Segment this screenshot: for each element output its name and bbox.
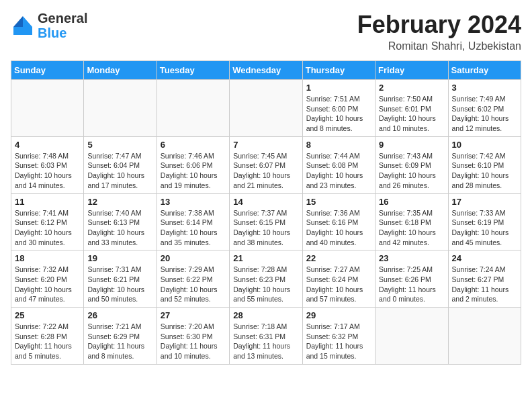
- week-row-1: 1Sunrise: 7:51 AMSunset: 6:00 PMDaylight…: [11, 80, 521, 137]
- day-number: 18: [15, 253, 80, 263]
- day-cell: 23Sunrise: 7:25 AMSunset: 6:26 PMDayligh…: [375, 250, 448, 308]
- day-number: 2: [379, 83, 444, 93]
- day-info: Sunrise: 7:32 AMSunset: 6:20 PMDaylight:…: [15, 265, 80, 304]
- day-cell: 10Sunrise: 7:42 AMSunset: 6:10 PMDayligh…: [448, 136, 521, 193]
- day-cell: 13Sunrise: 7:38 AMSunset: 6:14 PMDayligh…: [157, 193, 229, 250]
- day-info: Sunrise: 7:36 AMSunset: 6:16 PMDaylight:…: [306, 208, 371, 248]
- day-info: Sunrise: 7:44 AMSunset: 6:08 PMDaylight:…: [306, 151, 371, 191]
- day-cell: 22Sunrise: 7:27 AMSunset: 6:24 PMDayligh…: [302, 250, 375, 308]
- day-info: Sunrise: 7:46 AMSunset: 6:06 PMDaylight:…: [161, 151, 226, 191]
- day-cell: [375, 308, 448, 365]
- day-info: Sunrise: 7:50 AMSunset: 6:01 PMDaylight:…: [379, 94, 444, 134]
- day-info: Sunrise: 7:49 AMSunset: 6:02 PMDaylight:…: [452, 94, 517, 134]
- day-number: 1: [306, 83, 371, 93]
- day-number: 10: [452, 140, 517, 150]
- day-number: 27: [161, 310, 226, 320]
- day-cell: [230, 80, 302, 137]
- day-cell: [11, 80, 84, 137]
- day-number: 12: [87, 197, 152, 207]
- day-number: 19: [87, 253, 152, 263]
- day-info: Sunrise: 7:18 AMSunset: 6:31 PMDaylight:…: [233, 322, 298, 361]
- day-cell: 20Sunrise: 7:29 AMSunset: 6:22 PMDayligh…: [157, 250, 229, 308]
- day-number: 14: [233, 197, 298, 207]
- day-cell: 25Sunrise: 7:22 AMSunset: 6:28 PMDayligh…: [11, 308, 84, 365]
- logo-icon: [11, 13, 35, 38]
- day-cell: 29Sunrise: 7:17 AMSunset: 6:32 PMDayligh…: [302, 308, 375, 365]
- col-header-thursday: Thursday: [302, 61, 375, 80]
- day-info: Sunrise: 7:17 AMSunset: 6:32 PMDaylight:…: [306, 322, 371, 361]
- day-cell: 5Sunrise: 7:47 AMSunset: 6:04 PMDaylight…: [84, 136, 157, 193]
- calendar-table: SundayMondayTuesdayWednesdayThursdayFrid…: [11, 60, 521, 365]
- day-number: 22: [306, 253, 371, 263]
- day-number: 21: [233, 253, 298, 263]
- day-info: Sunrise: 7:42 AMSunset: 6:10 PMDaylight:…: [452, 151, 517, 191]
- day-number: 29: [306, 310, 371, 320]
- day-cell: 14Sunrise: 7:37 AMSunset: 6:15 PMDayligh…: [230, 193, 302, 250]
- day-number: 6: [161, 140, 226, 150]
- day-cell: 24Sunrise: 7:24 AMSunset: 6:27 PMDayligh…: [448, 250, 521, 308]
- day-cell: 12Sunrise: 7:40 AMSunset: 6:13 PMDayligh…: [84, 193, 157, 250]
- day-info: Sunrise: 7:38 AMSunset: 6:14 PMDaylight:…: [161, 208, 226, 248]
- week-row-4: 18Sunrise: 7:32 AMSunset: 6:20 PMDayligh…: [11, 250, 521, 308]
- day-cell: 17Sunrise: 7:33 AMSunset: 6:19 PMDayligh…: [448, 193, 521, 250]
- day-number: 9: [379, 140, 444, 150]
- day-number: 17: [452, 197, 517, 207]
- day-number: 11: [15, 197, 80, 207]
- header: General Blue February 2024 Romitan Shahr…: [11, 11, 521, 52]
- day-number: 26: [87, 310, 152, 320]
- day-cell: 9Sunrise: 7:43 AMSunset: 6:09 PMDaylight…: [375, 136, 448, 193]
- day-cell: [84, 80, 157, 137]
- day-info: Sunrise: 7:31 AMSunset: 6:21 PMDaylight:…: [87, 265, 152, 304]
- day-number: 23: [379, 253, 444, 263]
- day-info: Sunrise: 7:40 AMSunset: 6:13 PMDaylight:…: [87, 208, 152, 248]
- day-info: Sunrise: 7:24 AMSunset: 6:27 PMDaylight:…: [452, 265, 517, 304]
- week-row-5: 25Sunrise: 7:22 AMSunset: 6:28 PMDayligh…: [11, 308, 521, 365]
- day-info: Sunrise: 7:37 AMSunset: 6:15 PMDaylight:…: [233, 208, 298, 248]
- day-cell: 1Sunrise: 7:51 AMSunset: 6:00 PMDaylight…: [302, 80, 375, 137]
- day-info: Sunrise: 7:43 AMSunset: 6:09 PMDaylight:…: [379, 151, 444, 191]
- day-info: Sunrise: 7:20 AMSunset: 6:30 PMDaylight:…: [161, 322, 226, 361]
- day-cell: 16Sunrise: 7:35 AMSunset: 6:18 PMDayligh…: [375, 193, 448, 250]
- day-info: Sunrise: 7:51 AMSunset: 6:00 PMDaylight:…: [306, 94, 371, 134]
- col-header-tuesday: Tuesday: [157, 61, 229, 80]
- day-cell: 2Sunrise: 7:50 AMSunset: 6:01 PMDaylight…: [375, 80, 448, 137]
- day-info: Sunrise: 7:48 AMSunset: 6:03 PMDaylight:…: [15, 151, 80, 191]
- day-cell: 19Sunrise: 7:31 AMSunset: 6:21 PMDayligh…: [84, 250, 157, 308]
- day-cell: 28Sunrise: 7:18 AMSunset: 6:31 PMDayligh…: [230, 308, 302, 365]
- svg-rect-3: [13, 27, 32, 35]
- day-number: 13: [161, 197, 226, 207]
- day-info: Sunrise: 7:25 AMSunset: 6:26 PMDaylight:…: [379, 265, 444, 304]
- day-cell: 21Sunrise: 7:28 AMSunset: 6:23 PMDayligh…: [230, 250, 302, 308]
- title-area: February 2024 Romitan Shahri, Uzbekistan: [357, 11, 521, 52]
- day-number: 28: [233, 310, 298, 320]
- day-info: Sunrise: 7:22 AMSunset: 6:28 PMDaylight:…: [15, 322, 80, 361]
- day-cell: 18Sunrise: 7:32 AMSunset: 6:20 PMDayligh…: [11, 250, 84, 308]
- day-cell: 26Sunrise: 7:21 AMSunset: 6:29 PMDayligh…: [84, 308, 157, 365]
- col-header-saturday: Saturday: [448, 61, 521, 80]
- day-cell: 7Sunrise: 7:45 AMSunset: 6:07 PMDaylight…: [230, 136, 302, 193]
- day-number: 25: [15, 310, 80, 320]
- day-number: 16: [379, 197, 444, 207]
- day-info: Sunrise: 7:33 AMSunset: 6:19 PMDaylight:…: [452, 208, 517, 248]
- day-cell: 15Sunrise: 7:36 AMSunset: 6:16 PMDayligh…: [302, 193, 375, 250]
- day-number: 4: [15, 140, 80, 150]
- day-cell: 6Sunrise: 7:46 AMSunset: 6:06 PMDaylight…: [157, 136, 229, 193]
- header-row: SundayMondayTuesdayWednesdayThursdayFrid…: [11, 61, 521, 80]
- day-cell: 11Sunrise: 7:41 AMSunset: 6:12 PMDayligh…: [11, 193, 84, 250]
- col-header-sunday: Sunday: [11, 61, 84, 80]
- day-cell: 3Sunrise: 7:49 AMSunset: 6:02 PMDaylight…: [448, 80, 521, 137]
- day-info: Sunrise: 7:21 AMSunset: 6:29 PMDaylight:…: [87, 322, 152, 361]
- day-number: 20: [161, 253, 226, 263]
- day-info: Sunrise: 7:47 AMSunset: 6:04 PMDaylight:…: [87, 151, 152, 191]
- day-info: Sunrise: 7:35 AMSunset: 6:18 PMDaylight:…: [379, 208, 444, 248]
- day-cell: 8Sunrise: 7:44 AMSunset: 6:08 PMDaylight…: [302, 136, 375, 193]
- day-info: Sunrise: 7:28 AMSunset: 6:23 PMDaylight:…: [233, 265, 298, 304]
- day-info: Sunrise: 7:27 AMSunset: 6:24 PMDaylight:…: [306, 265, 371, 304]
- logo-general-text: General: [38, 11, 87, 26]
- day-info: Sunrise: 7:45 AMSunset: 6:07 PMDaylight:…: [233, 151, 298, 191]
- week-row-2: 4Sunrise: 7:48 AMSunset: 6:03 PMDaylight…: [11, 136, 521, 193]
- day-info: Sunrise: 7:41 AMSunset: 6:12 PMDaylight:…: [15, 208, 80, 248]
- day-cell: 27Sunrise: 7:20 AMSunset: 6:30 PMDayligh…: [157, 308, 229, 365]
- day-number: 3: [452, 83, 517, 93]
- day-number: 5: [87, 140, 152, 150]
